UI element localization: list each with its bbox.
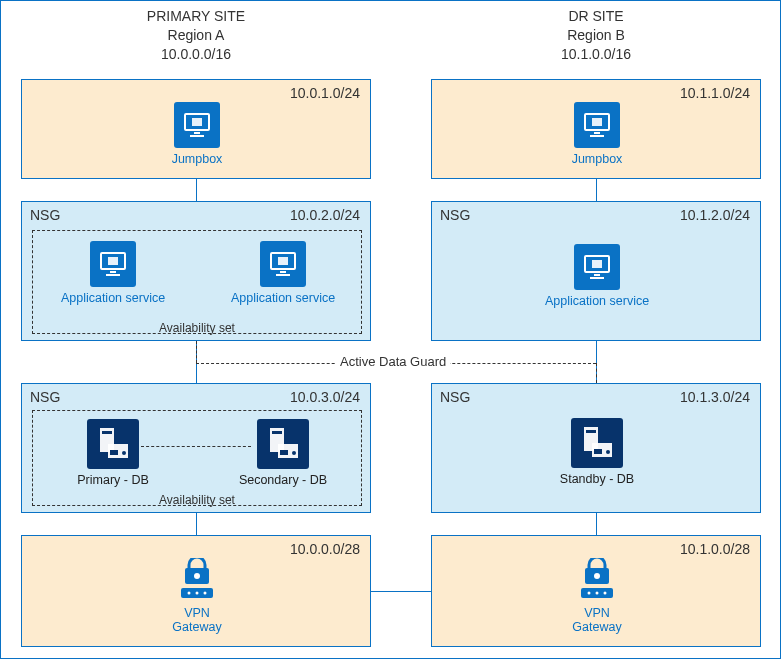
- dr-app: Application service: [537, 244, 657, 308]
- primary-db1-label: Primary - DB: [53, 473, 173, 487]
- connector-db-ha: [141, 446, 251, 447]
- vm-icon: [174, 102, 220, 148]
- db-server-icon: [87, 419, 139, 469]
- svg-point-26: [196, 592, 199, 595]
- dr-db: Standby - DB: [537, 418, 657, 486]
- dr-region: Region B: [431, 26, 761, 45]
- svg-rect-2: [194, 132, 200, 134]
- dr-db-nsg: NSG: [440, 389, 470, 405]
- svg-rect-34: [594, 274, 600, 276]
- svg-rect-9: [278, 257, 288, 265]
- primary-region: Region A: [21, 26, 371, 45]
- dr-gw-cidr: 10.1.0.0/28: [680, 541, 750, 557]
- primary-vpn-gateway: VPN Gateway: [137, 558, 257, 635]
- svg-point-27: [204, 592, 207, 595]
- svg-point-21: [292, 451, 296, 455]
- primary-jump-cidr: 10.0.1.0/24: [290, 85, 360, 101]
- vpn-gateway-icon: [177, 558, 217, 602]
- dr-cidr: 10.1.0.0/16: [431, 45, 761, 64]
- svg-point-16: [122, 451, 126, 455]
- primary-app1-label: Application service: [53, 291, 173, 305]
- primary-gw-tier: 10.0.0.0/28 VPN Gateway: [21, 535, 371, 647]
- primary-db-avset: Availability set Primary - DB Secondary …: [32, 410, 362, 506]
- connector: [196, 179, 197, 201]
- svg-rect-11: [276, 274, 290, 276]
- primary-db-nsg: NSG: [30, 389, 60, 405]
- primary-app-nsg: NSG: [30, 207, 60, 223]
- dr-db-label: Standby - DB: [537, 472, 657, 486]
- primary-db-tier: NSG 10.0.3.0/24 Availability set Primary…: [21, 383, 371, 513]
- svg-rect-30: [594, 132, 600, 134]
- db-server-icon: [257, 419, 309, 469]
- primary-app-avset-label: Availability set: [159, 321, 235, 335]
- connector: [196, 513, 197, 535]
- svg-rect-5: [108, 257, 118, 265]
- svg-point-44: [588, 592, 591, 595]
- primary-title: PRIMARY SITE: [21, 7, 371, 26]
- primary-db2-label: Secondary - DB: [223, 473, 343, 487]
- dr-app-label: Application service: [537, 294, 657, 308]
- primary-jump-tier: 10.0.1.0/24 Jumpbox: [21, 79, 371, 179]
- primary-cidr: 10.0.0.0/16: [21, 45, 371, 64]
- svg-rect-33: [592, 260, 602, 268]
- svg-rect-13: [102, 431, 112, 434]
- svg-rect-15: [110, 450, 118, 455]
- dr-gw-tier: 10.1.0.0/28 VPN Gateway: [431, 535, 761, 647]
- dr-site-header: DR SITE Region B 10.1.0.0/16: [431, 7, 761, 64]
- connector: [596, 179, 597, 201]
- svg-point-23: [194, 573, 200, 579]
- primary-site-header: PRIMARY SITE Region A 10.0.0.0/16: [21, 7, 371, 64]
- primary-db-avset-label: Availability set: [159, 493, 235, 507]
- dr-gw-label: VPN Gateway: [537, 606, 657, 635]
- svg-rect-20: [280, 450, 288, 455]
- primary-app-avset: Availability set Application service App…: [32, 230, 362, 334]
- primary-jumpbox-label: Jumpbox: [137, 152, 257, 166]
- primary-db1: Primary - DB: [53, 419, 173, 487]
- dr-app-tier: NSG 10.1.2.0/24 Application service: [431, 201, 761, 341]
- primary-gw-label: VPN Gateway: [137, 606, 257, 635]
- svg-point-45: [596, 592, 599, 595]
- connector-adg: [596, 363, 597, 383]
- svg-rect-7: [106, 274, 120, 276]
- vm-icon: [574, 102, 620, 148]
- dr-app-nsg: NSG: [440, 207, 470, 223]
- dr-vpn-gateway: VPN Gateway: [537, 558, 657, 635]
- dr-db-cidr: 10.1.3.0/24: [680, 389, 750, 405]
- dr-db-tier: NSG 10.1.3.0/24 Standby - DB: [431, 383, 761, 513]
- primary-db-cidr: 10.0.3.0/24: [290, 389, 360, 405]
- vpn-gateway-icon: [577, 558, 617, 602]
- svg-rect-35: [590, 277, 604, 279]
- vm-icon: [574, 244, 620, 290]
- diagram-canvas: PRIMARY SITE Region A 10.0.0.0/16 DR SIT…: [0, 0, 781, 659]
- svg-rect-18: [272, 431, 282, 434]
- dr-title: DR SITE: [431, 7, 761, 26]
- svg-rect-3: [190, 135, 204, 137]
- dr-jumpbox: Jumpbox: [537, 102, 657, 166]
- connector-adg: [196, 341, 197, 363]
- connector-vpn-link: [371, 591, 431, 592]
- dr-jump-tier: 10.1.1.0/24 Jumpbox: [431, 79, 761, 179]
- connector: [596, 513, 597, 535]
- primary-app1: Application service: [53, 241, 173, 305]
- primary-app-cidr: 10.0.2.0/24: [290, 207, 360, 223]
- active-data-guard-label: Active Data Guard: [336, 354, 450, 369]
- svg-rect-10: [280, 271, 286, 273]
- svg-point-42: [594, 573, 600, 579]
- primary-db2: Secondary - DB: [223, 419, 343, 487]
- db-server-icon: [571, 418, 623, 468]
- svg-rect-31: [590, 135, 604, 137]
- svg-rect-29: [592, 118, 602, 126]
- primary-app2-label: Application service: [223, 291, 343, 305]
- svg-rect-1: [192, 118, 202, 126]
- primary-app2: Application service: [223, 241, 343, 305]
- svg-rect-6: [110, 271, 116, 273]
- svg-point-40: [606, 450, 610, 454]
- svg-rect-37: [586, 430, 596, 433]
- svg-point-25: [188, 592, 191, 595]
- primary-app-tier: NSG 10.0.2.0/24 Availability set Applica…: [21, 201, 371, 341]
- primary-gw-cidr: 10.0.0.0/28: [290, 541, 360, 557]
- vm-icon: [90, 241, 136, 287]
- dr-app-cidr: 10.1.2.0/24: [680, 207, 750, 223]
- svg-rect-39: [594, 449, 602, 454]
- dr-jumpbox-label: Jumpbox: [537, 152, 657, 166]
